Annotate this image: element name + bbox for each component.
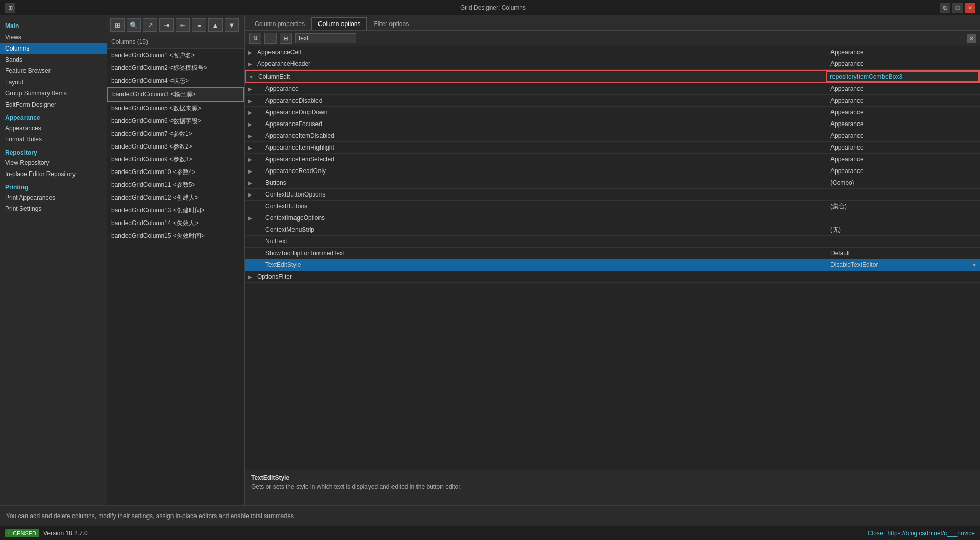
column-item[interactable]: bandedGridColumn7 <参数1> [107, 128, 244, 140]
prop-row[interactable]: ▶AppearanceItemHighlightAppearance [245, 142, 980, 154]
prop-expand-icon[interactable]: ▶ [245, 83, 255, 94]
prop-row[interactable]: ▶ContextButtonOptions [245, 189, 980, 201]
indent-btn[interactable]: ⇥ [159, 18, 174, 32]
sidebar-item-print-appearances[interactable]: Print Appearances [0, 192, 107, 203]
align-btn[interactable]: ≡ [192, 18, 206, 32]
prop-expand-icon[interactable]: ▶ [245, 58, 255, 69]
prop-expand-icon[interactable]: ▼ [246, 71, 256, 82]
add-column-btn[interactable]: ⊞ [110, 18, 125, 32]
maximize-btn[interactable]: □ [952, 3, 963, 13]
prop-expand-icon[interactable]: ▶ [245, 107, 255, 118]
prop-row[interactable]: NullText [245, 236, 980, 248]
tab-filter-options[interactable]: Filter options [367, 17, 415, 30]
prop-expand-icon[interactable]: ▶ [245, 95, 255, 106]
prop-expand-icon[interactable]: ▶ [245, 118, 255, 130]
prop-expand-icon[interactable]: ▶ [245, 130, 255, 141]
column-item[interactable]: bandedGridColumn12 <创建人> [107, 191, 244, 204]
prop-expand-icon[interactable]: ▶ [245, 165, 255, 177]
status-link[interactable]: https://blog.csdn.net/c___novice [888, 530, 975, 537]
info-text: You can add and delete columns, modify t… [6, 512, 296, 520]
tab-column-options[interactable]: Column options [311, 17, 367, 30]
prop-row[interactable]: ▶AppearanceFocusedAppearance [245, 118, 980, 130]
prop-row[interactable]: ▼ColumnEditrepositoryItemComboBox3 [245, 70, 980, 83]
prop-row[interactable]: ▶OptionsFilter [245, 271, 980, 283]
column-item[interactable]: bandedGridColumn13 <创建时间> [107, 204, 244, 217]
column-item[interactable]: bandedGridColumn4 <状态> [107, 75, 244, 87]
prop-row[interactable]: ShowToolTipForTrimmedTextDefault [245, 248, 980, 259]
close-label[interactable]: Close [868, 530, 884, 537]
sidebar: Main Views Columns Bands Feature Browser… [0, 15, 107, 505]
prop-row[interactable]: ▶AppearanceItemDisabledAppearance [245, 130, 980, 142]
prop-expand-icon[interactable] [245, 236, 255, 247]
column-item[interactable]: bandedGridColumn3 <输出源> [107, 87, 244, 102]
search-btn[interactable]: 🔍 [127, 18, 141, 32]
sidebar-item-editform[interactable]: EditForm Designer [0, 99, 107, 110]
prop-row[interactable]: ContextButtons(集合) [245, 201, 980, 212]
prop-row[interactable]: ▶AppearanceAppearance [245, 83, 980, 95]
prop-expand-icon[interactable]: ▶ [245, 154, 255, 165]
grid-view-btn[interactable]: ⊞ [5, 3, 15, 13]
prop-row[interactable]: ▶AppearanceCellAppearance [245, 46, 980, 58]
prop-expand-icon[interactable]: ▶ [245, 46, 255, 58]
props-search-input[interactable] [295, 33, 356, 43]
sidebar-item-columns[interactable]: Columns [0, 43, 107, 54]
props-table: ▶AppearanceCellAppearance▶AppearanceHead… [245, 46, 980, 470]
prop-row[interactable]: ▶Buttons{Combo} [245, 177, 980, 189]
prop-row[interactable]: ContextMenuStrip(无) [245, 224, 980, 236]
move-up-btn[interactable]: ▲ [208, 18, 223, 32]
sidebar-item-layout[interactable]: Layout [0, 77, 107, 88]
close-search-btn[interactable]: ✕ [967, 34, 976, 43]
prop-expand-icon[interactable] [245, 201, 255, 212]
prop-name: Appearance [255, 84, 827, 93]
prop-row[interactable]: ▶ContextImageOptions [245, 212, 980, 224]
prop-expand-icon[interactable] [245, 259, 255, 271]
column-item[interactable]: bandedGridColumn9 <参数3> [107, 153, 244, 166]
licensed-badge: LICENSED [5, 529, 39, 537]
prop-row[interactable]: ▶AppearanceItemSelectedAppearance [245, 154, 980, 165]
prop-row[interactable]: ▶AppearanceDropDownAppearance [245, 107, 980, 118]
column-item[interactable]: bandedGridColumn2 <标签模板号> [107, 62, 244, 75]
prop-expand-icon[interactable]: ▶ [245, 142, 255, 153]
prop-expand-icon[interactable]: ▶ [245, 177, 255, 188]
props-tabs: Column properties Column options Filter … [245, 15, 980, 31]
sidebar-item-view-repository[interactable]: View Repository [0, 157, 107, 168]
sidebar-item-inplace-editor[interactable]: In-place Editor Repository [0, 168, 107, 180]
prop-name: AppearanceItemSelected [255, 155, 827, 164]
column-item[interactable]: bandedGridColumn6 <数据字段> [107, 115, 244, 128]
sidebar-item-group-summary[interactable]: Group Summary Items [0, 88, 107, 99]
column-item[interactable]: bandedGridColumn15 <失效时间> [107, 230, 244, 242]
prop-expand-icon[interactable] [245, 224, 255, 235]
window-controls: ⧉ □ ✕ [940, 3, 975, 13]
column-item[interactable]: bandedGridColumn5 <数据来源> [107, 102, 244, 115]
prop-value: Appearance [827, 119, 980, 129]
prop-row[interactable]: ▶AppearanceHeaderAppearance [245, 58, 980, 70]
close-btn[interactable]: ✕ [965, 3, 975, 13]
tab-column-properties[interactable]: Column properties [248, 17, 311, 30]
props-view-btn[interactable]: ⊞ [280, 33, 292, 44]
prop-row[interactable]: ▶AppearanceDisabledAppearance [245, 95, 980, 107]
prop-name: OptionsFilter [255, 272, 827, 281]
prop-expand-icon[interactable]: ▶ [245, 189, 255, 200]
categorize-btn[interactable]: ≣ [264, 33, 277, 44]
prop-row[interactable]: ▶AppearanceReadOnlyAppearance [245, 165, 980, 177]
sidebar-item-print-settings[interactable]: Print Settings [0, 203, 107, 214]
column-item[interactable]: bandedGridColumn14 <失效人> [107, 217, 244, 230]
prop-expand-icon[interactable]: ▶ [245, 212, 255, 224]
sidebar-item-bands[interactable]: Bands [0, 54, 107, 65]
sidebar-item-appearances[interactable]: Appearances [0, 122, 107, 134]
sidebar-item-format-rules[interactable]: Format Rules [0, 134, 107, 145]
column-item[interactable]: bandedGridColumn8 <参数2> [107, 140, 244, 153]
prop-row[interactable]: TextEditStyleDisableTextEditor▼ [245, 259, 980, 271]
move-down-btn[interactable]: ▼ [225, 18, 239, 32]
sidebar-item-feature-browser[interactable]: Feature Browser [0, 65, 107, 77]
prop-expand-icon[interactable] [245, 248, 255, 259]
sidebar-item-views[interactable]: Views [0, 32, 107, 43]
column-item[interactable]: bandedGridColumn10 <参数4> [107, 166, 244, 179]
export-btn[interactable]: ↗ [143, 18, 157, 32]
restore-btn[interactable]: ⧉ [940, 3, 950, 13]
column-item[interactable]: bandedGridColumn1 <客户名> [107, 49, 244, 62]
column-item[interactable]: bandedGridColumn11 <参数5> [107, 179, 244, 191]
sort-alpha-btn[interactable]: ⇅ [249, 33, 261, 44]
prop-expand-icon[interactable]: ▶ [245, 271, 255, 282]
outdent-btn[interactable]: ⇤ [176, 18, 190, 32]
